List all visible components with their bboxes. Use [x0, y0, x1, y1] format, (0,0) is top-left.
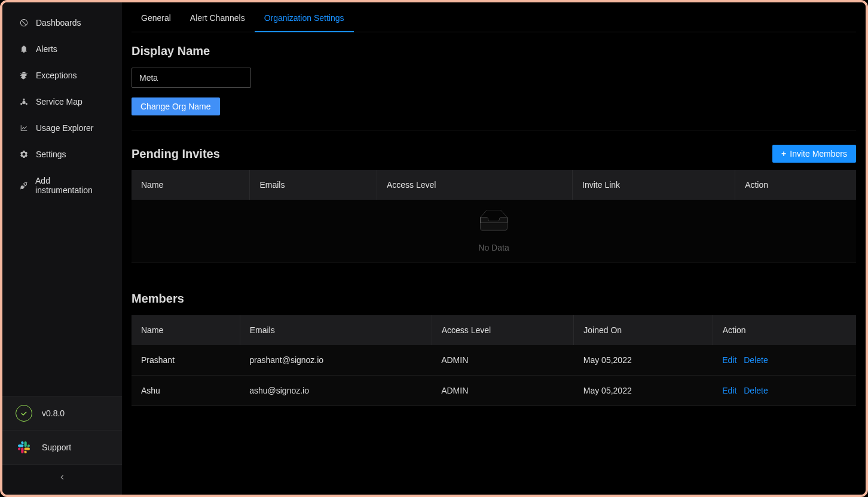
- main-content: General Alert Channels Organization Sett…: [122, 2, 866, 495]
- col-invite-link: Invite Link: [573, 170, 735, 200]
- bug-icon: [19, 71, 29, 80]
- sidebar-label: Alerts: [36, 44, 57, 54]
- cell-joined: May 05,2022: [574, 376, 713, 406]
- line-chart-icon: [19, 123, 29, 133]
- tab-alert-channels[interactable]: Alert Channels: [181, 5, 255, 32]
- sidebar-label: Exceptions: [36, 71, 77, 80]
- col-name: Name: [132, 315, 240, 345]
- members-title: Members: [132, 292, 856, 306]
- sidebar-item-settings[interactable]: Settings: [2, 141, 122, 167]
- edit-link[interactable]: Edit: [722, 386, 736, 395]
- col-name: Name: [132, 170, 250, 200]
- cell-actions: Edit Delete: [713, 345, 856, 376]
- col-emails: Emails: [240, 315, 432, 345]
- display-name-section: Display Name Change Org Name: [132, 44, 856, 115]
- invite-members-label: Invite Members: [790, 149, 847, 158]
- cell-actions: Edit Delete: [713, 376, 856, 406]
- org-name-input[interactable]: [132, 68, 251, 88]
- sidebar-label: Usage Explorer: [36, 123, 94, 133]
- col-action: Action: [713, 315, 856, 345]
- divider: [132, 130, 856, 130]
- sidebar-label: Dashboards: [36, 18, 81, 28]
- sidebar-item-usage-explorer[interactable]: Usage Explorer: [2, 115, 122, 141]
- sidebar-item-exceptions[interactable]: Exceptions: [2, 62, 122, 89]
- tabs: General Alert Channels Organization Sett…: [132, 5, 856, 32]
- sidebar-label: Service Map: [36, 97, 82, 106]
- change-org-name-button[interactable]: Change Org Name: [132, 97, 220, 115]
- pending-invites-title: Pending Invites: [132, 147, 220, 161]
- check-circle-icon: [16, 405, 32, 422]
- empty-state: No Data: [132, 200, 856, 263]
- collapse-sidebar-button[interactable]: [2, 465, 122, 495]
- sidebar-item-alerts[interactable]: Alerts: [2, 36, 122, 62]
- table-row: Prashant prashant@signoz.io ADMIN May 05…: [132, 345, 856, 376]
- members-table: Name Emails Access Level Joined On Actio…: [132, 315, 856, 406]
- invite-members-button[interactable]: + Invite Members: [772, 145, 856, 163]
- cell-email: ashu@signoz.io: [240, 376, 432, 406]
- plus-icon: +: [781, 149, 786, 158]
- col-joined-on: Joined On: [574, 315, 713, 345]
- sidebar: Dashboards Alerts Exceptions Service Map: [2, 2, 122, 495]
- pending-invites-table: Name Emails Access Level Invite Link Act…: [132, 170, 856, 263]
- delete-link[interactable]: Delete: [744, 386, 768, 395]
- chevron-left-icon: [58, 473, 66, 484]
- table-row: Ashu ashu@signoz.io ADMIN May 05,2022 Ed…: [132, 376, 856, 406]
- deployment-icon: [19, 97, 29, 106]
- sidebar-item-dashboards[interactable]: Dashboards: [2, 10, 122, 36]
- delete-link[interactable]: Delete: [744, 355, 768, 365]
- api-icon: [19, 181, 28, 190]
- alert-icon: [19, 44, 29, 54]
- col-access-level: Access Level: [377, 170, 572, 200]
- slack-icon: [16, 439, 32, 456]
- cell-joined: May 05,2022: [574, 345, 713, 376]
- version-item[interactable]: v0.8.0: [2, 397, 122, 431]
- sidebar-item-service-map[interactable]: Service Map: [2, 89, 122, 115]
- cell-access: ADMIN: [432, 345, 574, 376]
- support-item[interactable]: Support: [2, 431, 122, 465]
- cell-name: Prashant: [132, 345, 240, 376]
- edit-link[interactable]: Edit: [722, 355, 736, 365]
- version-label: v0.8.0: [42, 408, 65, 418]
- pending-invites-section: Pending Invites + Invite Members Name Em…: [132, 145, 856, 263]
- cell-access: ADMIN: [432, 376, 574, 406]
- dashboard-icon: [19, 18, 29, 28]
- inbox-icon: [141, 210, 846, 236]
- cell-email: prashant@signoz.io: [240, 345, 432, 376]
- tab-organization-settings[interactable]: Organization Settings: [255, 5, 354, 32]
- col-emails: Emails: [250, 170, 377, 200]
- col-action: Action: [735, 170, 856, 200]
- sidebar-item-add-instrumentation[interactable]: Add instrumentation: [2, 167, 122, 203]
- display-name-title: Display Name: [132, 44, 856, 58]
- sidebar-label: Settings: [36, 150, 66, 159]
- empty-text: No Data: [141, 243, 846, 252]
- support-label: Support: [42, 443, 71, 452]
- sidebar-label: Add instrumentation: [35, 176, 105, 195]
- members-section: Members Name Emails Access Level Joined …: [132, 292, 856, 406]
- tab-general[interactable]: General: [132, 5, 181, 32]
- col-access-level: Access Level: [432, 315, 574, 345]
- cell-name: Ashu: [132, 376, 240, 406]
- setting-icon: [19, 150, 29, 159]
